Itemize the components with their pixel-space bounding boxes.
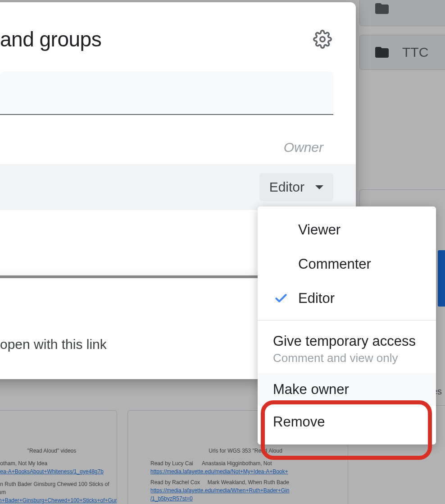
dialog-title: and groups	[0, 27, 101, 51]
add-people-input[interactable]	[0, 72, 333, 115]
role-dropdown[interactable]: Editor	[259, 173, 333, 201]
menu-label: Editor	[298, 290, 421, 307]
svg-point-0	[320, 37, 325, 42]
chevron-down-icon	[315, 185, 323, 189]
menu-item-temp-access[interactable]: Give temporary access Comment and view o…	[258, 325, 436, 373]
gear-icon	[313, 30, 332, 49]
menu-item-editor[interactable]: Editor	[258, 281, 436, 316]
menu-item-make-owner[interactable]: Make owner	[258, 373, 436, 406]
menu-item-remove[interactable]: Remove	[258, 406, 436, 438]
menu-label: Commenter	[298, 256, 421, 272]
menu-item-commenter[interactable]: Commenter	[258, 247, 436, 281]
settings-button[interactable]	[312, 28, 333, 50]
menu-label: Give temporary access	[273, 333, 416, 349]
menu-label: Viewer	[298, 222, 421, 238]
menu-item-viewer[interactable]: Viewer	[258, 213, 436, 247]
link-description: open with this link	[0, 337, 107, 352]
menu-label: Remove	[273, 414, 325, 430]
role-dropdown-label: Editor	[269, 179, 304, 195]
menu-label: Make owner	[273, 381, 349, 398]
check-icon	[273, 291, 289, 306]
menu-sublabel: Comment and view only	[273, 351, 398, 365]
role-menu: Viewer Commenter Editor Give temporary a…	[258, 206, 436, 444]
menu-divider	[258, 320, 436, 321]
owner-label: Owner	[284, 140, 323, 155]
